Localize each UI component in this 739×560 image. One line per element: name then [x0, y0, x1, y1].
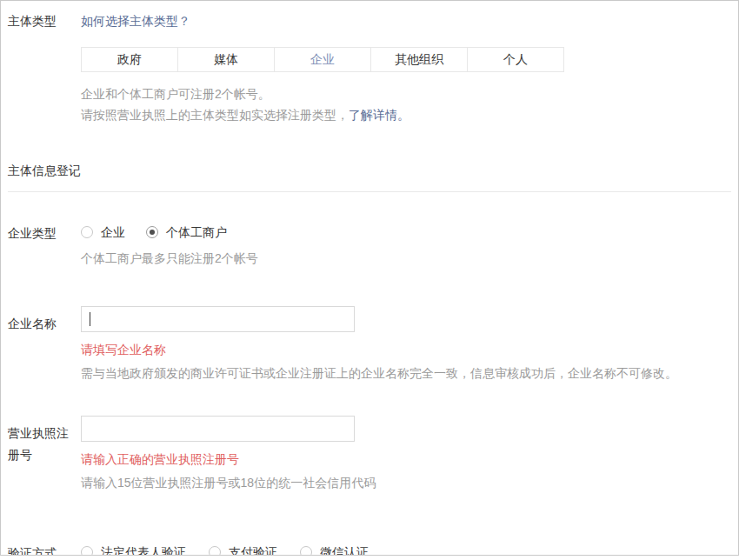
radio-unselected-icon — [209, 546, 221, 556]
verification-method-radio-group: 法定代表人验证 支付验证 微信认证 — [81, 544, 738, 556]
subject-type-tabs: 政府 媒体 企业 其他组织 个人 — [81, 47, 564, 72]
enterprise-name-row: 企业名称 请填写企业名称 需与当地政府颁发的商业许可证书或企业注册证上的企业名称… — [1, 306, 738, 381]
radio-unselected-icon — [81, 546, 93, 556]
tab-enterprise[interactable]: 企业 — [274, 48, 370, 71]
radio-option-wechat-certification-label: 微信认证 — [320, 544, 369, 556]
radio-option-enterprise[interactable]: 企业 — [81, 224, 125, 240]
radio-option-legal-representative[interactable]: 法定代表人验证 — [81, 544, 186, 556]
learn-more-link[interactable]: 了解详情。 — [349, 108, 409, 122]
how-to-choose-subject-type-link[interactable]: 如何选择主体类型？ — [81, 12, 190, 30]
enterprise-type-label: 企业类型 — [1, 224, 81, 242]
radio-unselected-icon — [81, 226, 93, 238]
radio-option-payment-verification[interactable]: 支付验证 — [209, 544, 277, 556]
section-header-subject-info: 主体信息登记 — [1, 163, 738, 178]
radio-option-individual-business-label: 个体工商户 — [166, 224, 227, 240]
verification-method-label: 验证方式 — [1, 544, 81, 556]
license-number-note: 请输入15位营业执照注册号或18位的统一社会信用代码 — [81, 475, 738, 490]
radio-option-payment-verification-label: 支付验证 — [229, 544, 277, 556]
verification-method-row: 验证方式 法定代表人验证 支付验证 微信认证 — [1, 544, 738, 556]
enterprise-name-label: 企业名称 — [1, 306, 81, 335]
subject-type-row: 主体类型 如何选择主体类型？ 政府 媒体 企业 其他组织 个人 企业和个体工商户… — [1, 12, 738, 125]
radio-selected-icon — [146, 226, 158, 238]
enterprise-type-note: 个体工商户最多只能注册2个帐号 — [81, 250, 738, 266]
subject-type-label: 主体类型 — [1, 12, 81, 30]
section-divider — [8, 191, 731, 192]
text-cursor — [90, 312, 90, 326]
tab-media[interactable]: 媒体 — [177, 48, 274, 71]
license-number-input[interactable] — [81, 416, 355, 442]
subject-type-note-1: 企业和个体工商户可注册2个帐号。 — [81, 83, 738, 104]
license-number-row: 营业执照注册号 请输入正确的营业执照注册号 请输入15位营业执照注册号或18位的… — [1, 416, 738, 490]
radio-option-wechat-certification[interactable]: 微信认证 — [300, 544, 369, 556]
enterprise-name-error: 请填写企业名称 — [81, 342, 738, 357]
enterprise-name-note: 需与当地政府颁发的商业许可证书或企业注册证上的企业名称完全一致，信息审核成功后，… — [81, 365, 738, 381]
radio-option-legal-representative-label: 法定代表人验证 — [101, 544, 186, 556]
tab-government[interactable]: 政府 — [82, 48, 177, 71]
registration-form-panel: 主体类型 如何选择主体类型？ 政府 媒体 企业 其他组织 个人 企业和个体工商户… — [0, 0, 739, 556]
tab-other-organization[interactable]: 其他组织 — [370, 48, 467, 71]
radio-option-enterprise-label: 企业 — [101, 224, 125, 240]
license-number-error: 请输入正确的营业执照注册号 — [81, 451, 738, 467]
enterprise-type-radio-group: 企业 个体工商户 — [81, 224, 738, 240]
enterprise-name-input[interactable] — [81, 306, 355, 332]
tab-individual[interactable]: 个人 — [467, 48, 563, 71]
subject-type-note-2: 请按照营业执照上的主体类型如实选择注册类型，了解详情。 — [81, 104, 738, 125]
license-number-label: 营业执照注册号 — [1, 416, 81, 466]
enterprise-type-row: 企业类型 企业 个体工商户 个体工商户最多只能注册2个帐号 — [1, 224, 738, 266]
radio-option-individual-business[interactable]: 个体工商户 — [146, 224, 227, 240]
radio-unselected-icon — [300, 546, 312, 556]
subject-type-note-2-text: 请按照营业执照上的主体类型如实选择注册类型， — [81, 108, 349, 122]
